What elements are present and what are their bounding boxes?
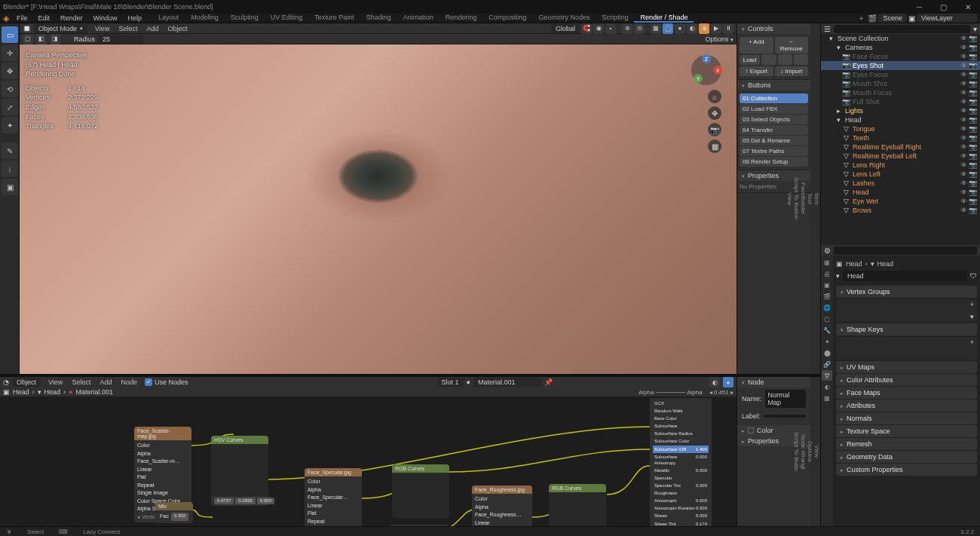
node-principled-bsdf[interactable]: GCXRandom WalkBase ColorSubsurfaceSubsur… — [650, 398, 712, 526]
tab-world[interactable]: 🌐 — [822, 302, 832, 313]
tab-options[interactable]: Options — [807, 377, 813, 526]
node-map-range-2[interactable]: 0.48920.81340.000 — [390, 525, 448, 526]
tab-viewlayer[interactable]: ▣ — [822, 280, 832, 290]
menu-file[interactable]: File — [12, 14, 32, 22]
menu-edit[interactable]: Edit — [34, 14, 55, 22]
tab-material[interactable]: ◐ — [822, 381, 832, 392]
workspace-tab[interactable]: Scripting — [596, 14, 634, 23]
rotate-tool[interactable]: ⟲ — [2, 81, 18, 97]
perspective-icon[interactable]: ▦ — [708, 139, 721, 153]
tab-output[interactable]: 🖨 — [822, 268, 832, 279]
editor-type-icon[interactable]: 🔲 — [23, 25, 31, 32]
node-image-roughness[interactable]: Face_Roughness.jpg ColorAlphaFace_Roughn… — [472, 485, 532, 526]
add-cube-tool[interactable]: ▣ — [2, 179, 18, 195]
prop-section[interactable]: Color Attributes — [836, 374, 977, 386]
menu-help[interactable]: Help — [124, 14, 147, 22]
prop-section[interactable]: Custom Properties — [836, 464, 977, 476]
prop-section[interactable]: Attributes — [836, 400, 977, 412]
outliner-row[interactable]: ▽Tongue👁📷 — [821, 124, 980, 133]
options-dropdown[interactable]: Options ▾ — [705, 35, 733, 43]
outliner-row[interactable]: ▽Lens Left👁📷 — [821, 170, 980, 179]
outliner-row[interactable]: 📷Eyes Shot👁📷 — [821, 61, 980, 70]
tab-wrangler[interactable]: Node Wrangl — [800, 377, 807, 526]
tab-constraints[interactable]: 🔗 — [822, 359, 832, 369]
tool-icon-a[interactable]: ▢ — [23, 34, 33, 44]
tab-modifiers[interactable]: 🔧 — [822, 325, 832, 335]
tab-render[interactable]: ▦ — [822, 257, 832, 268]
node-image-specular[interactable]: Face_Specular.jpg ColorAlphaFace_Specula… — [305, 468, 362, 526]
playback-play[interactable]: ▶ — [711, 23, 721, 34]
move-tool[interactable]: ✥ — [2, 63, 18, 79]
crumb-mat[interactable]: Material.001 — [75, 388, 113, 396]
workspace-tab[interactable]: Layout — [152, 14, 185, 23]
workspace-tab[interactable]: Shading — [360, 14, 397, 23]
node-menu-add[interactable]: Add — [95, 378, 116, 386]
tab-script2[interactable]: Script To Butto — [793, 377, 800, 526]
node-rgb-curves-2[interactable]: RGB Curves — [549, 484, 606, 526]
outliner-row[interactable]: 📷Eyes Focus👁📷 — [821, 70, 980, 79]
outliner-row[interactable]: ▽Realtime Eyeball Left👁📷 — [821, 152, 980, 161]
tab-facebuilder[interactable]: FaceBuilder — [800, 23, 807, 374]
node-menu-node[interactable]: Node — [116, 378, 142, 386]
tab-object[interactable]: ▢ — [822, 314, 832, 324]
workspace-tab[interactable]: Sculpting — [225, 14, 265, 23]
shading-wireframe[interactable]: ◯ — [663, 23, 673, 34]
add-button[interactable]: + Add — [740, 37, 773, 54]
use-nodes-checkbox[interactable]: ✓Use Nodes — [145, 378, 188, 386]
outliner-row[interactable]: ▸Lights👁📷 — [821, 106, 980, 115]
vp-menu-add[interactable]: Add — [142, 25, 163, 32]
editor-type-icon[interactable]: ◔ — [3, 378, 9, 386]
prop-section[interactable]: Geometry Data — [836, 451, 977, 463]
tab-tool[interactable]: Tool — [807, 23, 813, 374]
pan-icon[interactable]: ✥ — [708, 106, 721, 120]
camera-icon[interactable]: 📷 — [708, 123, 721, 136]
load-button[interactable]: Load — [740, 55, 760, 65]
shading-solid[interactable]: ● — [675, 23, 685, 34]
prop-section[interactable]: Texture Space — [836, 425, 977, 437]
maximize-button[interactable]: ▢ — [934, 3, 953, 11]
tab-item[interactable]: Item — [813, 23, 820, 374]
tab-mesh-data[interactable]: ▽ — [822, 370, 832, 381]
outliner-row[interactable]: 📷Face Focus👁📷 — [821, 52, 980, 61]
material-selector[interactable]: Material.001 — [473, 378, 541, 387]
playback-pause[interactable]: ⏸ — [723, 23, 733, 34]
vertex-groups-list[interactable]: +▾ — [836, 299, 977, 322]
outliner-row[interactable]: ▾Cameras👁📷 — [821, 43, 980, 52]
shading-rendered[interactable]: ◉ — [699, 23, 709, 34]
gizmo-toggle[interactable]: ⊕ — [622, 23, 632, 34]
menu-window[interactable]: Window — [89, 14, 122, 22]
select-tool[interactable]: ▭ — [2, 26, 18, 43]
workspace-tab[interactable]: UV Editing — [265, 14, 309, 23]
viewlayer-selector[interactable]: ViewLayer — [917, 14, 977, 23]
snap-toggle[interactable]: 🧲 — [581, 23, 592, 34]
tab-script[interactable]: Script To Button — [793, 23, 800, 374]
node-mix[interactable]: Mix Fac0.350 — [155, 502, 193, 523]
vp-menu-view[interactable]: View — [90, 25, 114, 32]
menu-render[interactable]: Render — [56, 14, 87, 22]
outliner-row[interactable]: 📷Mouth Shot👁📷 — [821, 79, 980, 88]
workspace-tab[interactable]: Modeling — [185, 14, 225, 23]
workspace-tab[interactable]: Texture Paint — [308, 14, 360, 23]
outliner-row[interactable]: 📷Full Shot👁📷 — [821, 97, 980, 106]
node-menu-select[interactable]: Select — [67, 378, 95, 386]
shape-keys-list[interactable]: + — [836, 337, 977, 360]
vp-menu-object[interactable]: Object — [163, 25, 191, 32]
node-rgb-curves-1[interactable]: RGB Curves — [392, 464, 449, 518]
object-name-input[interactable]: Head — [843, 271, 967, 281]
tab-view[interactable]: View — [786, 23, 793, 374]
node-mode[interactable]: Object — [12, 378, 41, 387]
xray-toggle[interactable]: ▦ — [651, 23, 661, 34]
n-panel-tabs[interactable]: Item Tool FaceBuilder Script To Button V… — [810, 23, 820, 374]
zoom-icon[interactable]: ⌕ — [708, 90, 721, 103]
crumb-mesh[interactable]: Head — [44, 388, 61, 396]
tab-view2[interactable]: View — [813, 377, 820, 526]
pin-icon[interactable]: 📌 — [544, 378, 553, 386]
measure-tool[interactable]: ⟊ — [2, 161, 18, 177]
outliner-row[interactable]: ▽Realtime Eyeball Right👁📷 — [821, 142, 980, 152]
outliner-search[interactable] — [834, 25, 970, 33]
node-panel-tabs[interactable]: View Options Node Wrangl Script To Butto — [810, 377, 820, 526]
export-button[interactable]: ↑ Export — [740, 66, 773, 76]
outliner-row[interactable]: ▾Head👁📷 — [821, 115, 980, 124]
slot-dropdown[interactable]: Slot 1 — [437, 378, 464, 387]
workspace-tab[interactable]: Geometry Nodes — [532, 14, 596, 23]
